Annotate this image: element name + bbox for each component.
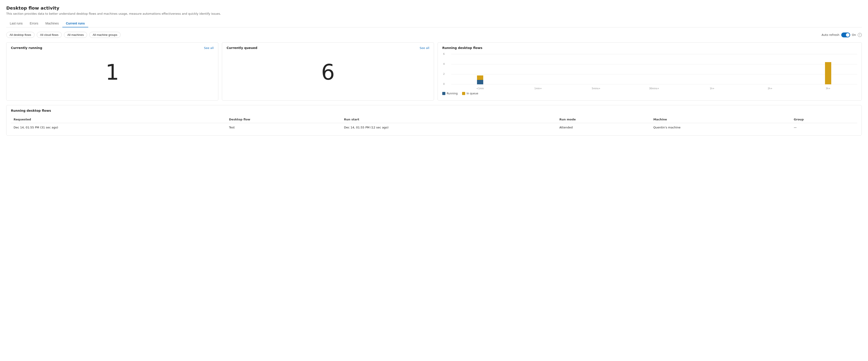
legend-queue-label: In queue xyxy=(467,92,478,95)
x-label-3: 30mins+ xyxy=(625,87,683,90)
cell-group: — xyxy=(791,123,857,132)
currently-running-header: Currently running See all xyxy=(11,46,214,50)
bar-stack-0 xyxy=(477,75,483,84)
cell-requested: Dec 14, 01:55 PM (31 sec ago) xyxy=(11,123,226,132)
tab-machines[interactable]: Machines xyxy=(42,20,62,27)
bar-group-2 xyxy=(567,54,625,84)
filter-all-cloud-flows[interactable]: All cloud flows xyxy=(37,32,62,38)
table-section-title: Running desktop flows xyxy=(11,109,857,112)
col-group: Group xyxy=(791,116,857,123)
x-label-5: 2h+ xyxy=(741,87,799,90)
y-label-6: 6 xyxy=(443,53,445,56)
col-desktop-flow: Desktop flow xyxy=(226,116,341,123)
table-section: Running desktop flows Requested Desktop … xyxy=(6,105,862,135)
tab-last-runs[interactable]: Last runs xyxy=(6,20,26,27)
auto-refresh-label: Auto refresh xyxy=(822,33,839,36)
data-table: Requested Desktop flow Run start Run mod… xyxy=(11,116,857,132)
tabs-bar: Last runs Errors Machines Current runs xyxy=(6,20,862,27)
bar-group-1 xyxy=(509,54,567,84)
filter-all-machine-groups[interactable]: All machine groups xyxy=(89,32,121,38)
y-label-4: 4 xyxy=(443,63,445,65)
bar-group-3 xyxy=(625,54,683,84)
y-label-0: 0 xyxy=(443,83,445,86)
cell-run-start: Dec 14, 01:55 PM (12 sec ago) xyxy=(341,123,557,132)
auto-refresh-toggle[interactable] xyxy=(841,32,850,37)
tab-errors[interactable]: Errors xyxy=(26,20,42,27)
cards-row: Currently running See all 1 Currently qu… xyxy=(6,42,862,101)
y-label-2: 2 xyxy=(443,72,445,75)
chart-title: Running desktop flows xyxy=(442,46,482,50)
bar-group-4 xyxy=(683,54,741,84)
running-desktop-flows-card: Running desktop flows 6 4 2 0 xyxy=(438,42,862,101)
auto-refresh-info-icon[interactable]: i xyxy=(858,33,862,37)
x-label-0: <1min xyxy=(451,87,509,90)
currently-queued-count: 6 xyxy=(226,52,429,92)
cell-machine: Quentin's machine xyxy=(651,123,791,132)
x-label-1: 1min+ xyxy=(509,87,567,90)
x-label-2: 5mins+ xyxy=(567,87,625,90)
legend-queue-dot xyxy=(462,92,465,95)
legend-running: Running xyxy=(442,92,458,95)
currently-queued-card: Currently queued See all 6 xyxy=(222,42,434,101)
currently-queued-header: Currently queued See all xyxy=(226,46,429,50)
bar-group-5 xyxy=(741,54,799,84)
currently-queued-see-all[interactable]: See all xyxy=(420,46,429,50)
x-labels: <1min 1min+ 5mins+ 30mins+ 1h+ 2h+ 3h+ xyxy=(451,87,857,90)
page-subtitle: This section provides data to better und… xyxy=(6,12,862,15)
currently-running-card: Currently running See all 1 xyxy=(6,42,218,101)
bar-stack-6 xyxy=(825,62,831,84)
x-label-6: 3h+ xyxy=(799,87,857,90)
filter-all-machines[interactable]: All machines xyxy=(64,32,87,38)
table-row: Dec 14, 01:55 PM (31 sec ago) Test Dec 1… xyxy=(11,123,857,132)
legend-running-dot xyxy=(442,92,445,95)
table-body: Dec 14, 01:55 PM (31 sec ago) Test Dec 1… xyxy=(11,123,857,132)
bar-queue-0 xyxy=(477,75,483,80)
col-run-mode: Run mode xyxy=(557,116,651,123)
col-requested: Requested xyxy=(11,116,226,123)
table-header-row: Requested Desktop flow Run start Run mod… xyxy=(11,116,857,123)
legend-queue: In queue xyxy=(462,92,478,95)
x-label-4: 1h+ xyxy=(683,87,741,90)
chart-header: Running desktop flows xyxy=(442,46,857,50)
currently-running-title: Currently running xyxy=(11,46,42,50)
currently-running-count: 1 xyxy=(11,52,214,92)
col-machine: Machine xyxy=(651,116,791,123)
table-head: Requested Desktop flow Run start Run mod… xyxy=(11,116,857,123)
chart-area: 6 4 2 0 xyxy=(442,52,857,97)
filters-row: All desktop flows All cloud flows All ma… xyxy=(6,32,862,38)
page-header: Desktop flow activity This section provi… xyxy=(6,5,862,15)
page-title: Desktop flow activity xyxy=(6,5,862,11)
cell-desktop-flow: Test xyxy=(226,123,341,132)
bar-group-6 xyxy=(799,54,857,84)
bar-group-0 xyxy=(451,54,509,84)
currently-queued-title: Currently queued xyxy=(226,46,257,50)
chart-legend: Running In queue xyxy=(442,92,857,95)
auto-refresh-control: Auto refresh On i xyxy=(822,32,862,37)
legend-running-label: Running xyxy=(447,92,458,95)
auto-refresh-status: On xyxy=(852,33,856,36)
bar-queue-6 xyxy=(825,62,831,84)
tab-current-runs[interactable]: Current runs xyxy=(62,20,88,27)
chart-container: 6 4 2 0 xyxy=(442,54,857,90)
main-page: Desktop flow activity This section provi… xyxy=(0,0,868,361)
currently-running-see-all[interactable]: See all xyxy=(204,46,214,50)
cell-run-mode: Attended xyxy=(557,123,651,132)
col-run-start: Run start xyxy=(341,116,557,123)
filter-all-desktop-flows[interactable]: All desktop flows xyxy=(6,32,34,38)
bar-running-0 xyxy=(477,80,483,84)
bars-row xyxy=(451,54,857,84)
